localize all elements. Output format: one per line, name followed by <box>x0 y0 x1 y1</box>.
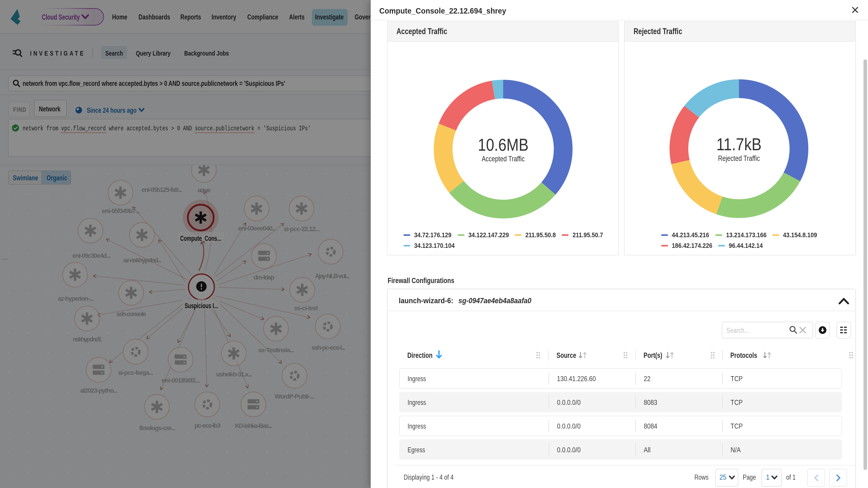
svg-text:11.7kB: 11.7kB <box>716 135 762 154</box>
svg-text:Rejected Traffic: Rejected Traffic <box>718 154 760 162</box>
svg-text:Accepted Traffic: Accepted Traffic <box>482 155 525 163</box>
svg-text:10.6MB: 10.6MB <box>478 135 528 154</box>
